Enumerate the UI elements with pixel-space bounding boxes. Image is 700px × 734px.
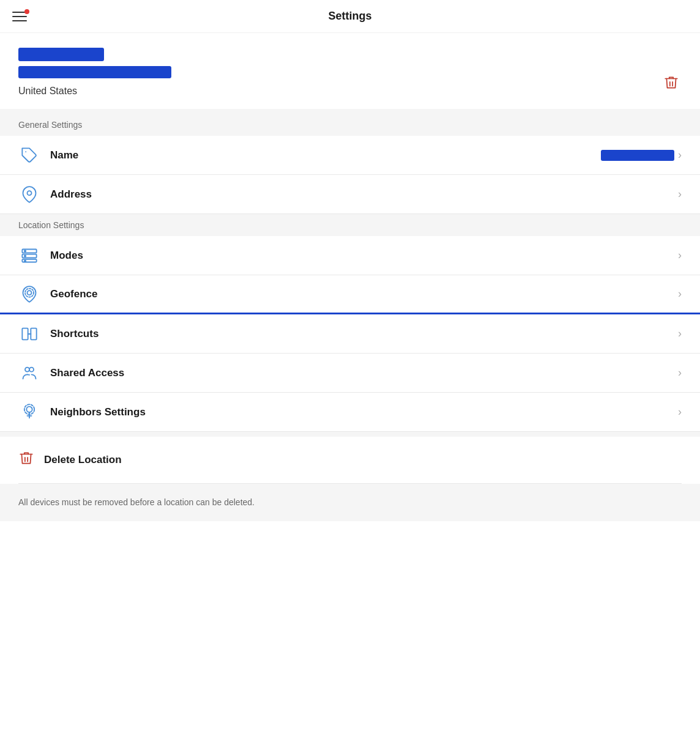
svg-rect-11 [31,328,36,339]
modes-label: Modes [50,250,678,262]
footer-note: All devices must be removed before a loc… [0,484,700,521]
name-label: Name [50,149,601,161]
svg-point-1 [28,191,32,195]
delete-location-icon-button[interactable] [661,72,682,97]
modes-value: › [678,249,682,262]
name-value: › [601,149,682,161]
geofence-label: Geofence [50,288,678,300]
shortcuts-label: Shortcuts [50,328,678,340]
location-settings-header: Location Settings [0,214,700,236]
neighbors-icon [18,401,40,423]
svg-rect-10 [22,328,28,339]
geofence-icon [18,283,40,305]
page-title: Settings [328,10,371,23]
geofence-value: › [678,287,682,300]
name-chevron: › [678,149,682,161]
menu-item-name[interactable]: Name › [0,136,700,175]
shared-access-chevron: › [678,366,682,379]
delete-location-trash-icon [18,450,34,470]
delete-section: Delete Location [0,432,700,484]
general-settings-list: Name › Address › [0,136,700,214]
shared-access-value: › [678,366,682,379]
address-chevron: › [678,188,682,201]
svg-point-14 [29,367,34,371]
svg-point-15 [26,406,32,412]
general-settings-header: General Settings [0,114,700,136]
location-card: United States [0,33,700,114]
menu-item-address[interactable]: Address › [0,175,700,214]
footer-note-text: All devices must be removed before a loc… [18,497,255,507]
menu-item-geofence[interactable]: Geofence › [0,275,700,314]
svg-point-13 [25,367,29,371]
location-country: United States [18,86,171,97]
notification-dot [24,9,29,14]
hamburger-menu-button[interactable] [12,12,27,21]
location-name-redacted [18,48,104,61]
address-label: Address [50,188,678,201]
shortcuts-icon [18,323,40,345]
svg-point-8 [28,291,32,295]
location-address-redacted [18,66,171,78]
menu-item-shortcuts[interactable]: Shortcuts › [0,314,700,354]
svg-point-6 [24,255,26,256]
geofence-chevron: › [678,287,682,300]
neighbors-chevron: › [678,406,682,418]
shared-access-icon [18,362,40,384]
modes-icon [18,245,40,267]
menu-item-modes[interactable]: Modes › [0,236,700,275]
menu-item-shared-access[interactable]: Shared Access › [0,354,700,393]
delete-location-label: Delete Location [44,454,122,466]
shortcuts-value: › [678,327,682,340]
shared-access-label: Shared Access [50,367,678,379]
address-value: › [678,188,682,201]
svg-point-9 [25,288,34,297]
name-value-redacted [601,150,674,161]
shortcuts-chevron: › [678,327,682,340]
svg-point-5 [24,250,26,251]
tag-icon [18,144,40,166]
svg-point-7 [24,260,26,261]
location-info: United States [18,48,171,97]
modes-chevron: › [678,249,682,262]
delete-location-item[interactable]: Delete Location [18,437,682,484]
header: Settings [0,0,700,33]
menu-item-neighbors[interactable]: Neighbors Settings › [0,393,700,432]
neighbors-label: Neighbors Settings [50,406,678,418]
pin-icon [18,184,40,206]
location-settings-list: Modes › Geofence › Shortcuts [0,236,700,432]
neighbors-value: › [678,406,682,418]
